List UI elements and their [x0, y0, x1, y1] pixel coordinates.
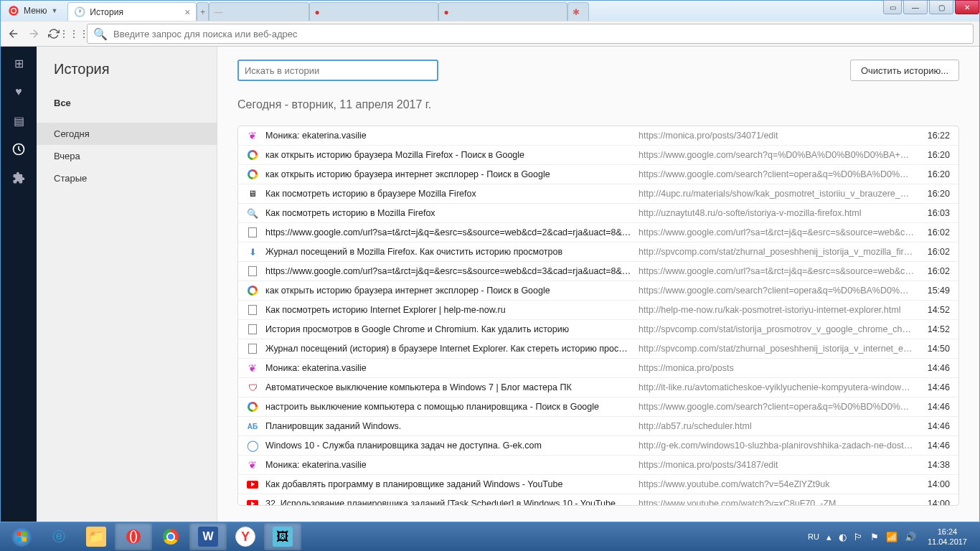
favicon: ❦: [247, 459, 258, 471]
address-bar[interactable]: 🔍: [87, 24, 974, 44]
history-row[interactable]: как открыть историю браузера Mozilla Fir…: [238, 146, 958, 165]
history-title: как открыть историю браузера интернет эк…: [265, 286, 639, 296]
history-row[interactable]: https://www.google.com/url?sa=t&rct=j&q=…: [238, 262, 958, 281]
history-url: https://www.google.com/search?client=ope…: [639, 169, 921, 179]
close-button[interactable]: ✕: [955, 0, 979, 14]
system-tray: RU ▴ ◐ 🏳 ⚑ 📶 🔊 16:24 11.04.2017: [808, 527, 977, 547]
history-row[interactable]: История просмотров в Google Chrome и Chr…: [238, 320, 958, 339]
history-title: Windows 10 - Служба планировщика задач н…: [265, 441, 639, 451]
history-row[interactable]: https://www.google.com/url?sa=t&rct=j&q=…: [238, 223, 958, 242]
history-title: История просмотров в Google Chrome и Chr…: [265, 324, 639, 334]
history-row[interactable]: 🖥Как посмотреть историю в браузере Mozil…: [238, 184, 958, 204]
favicon: ❦: [247, 362, 258, 374]
history-row[interactable]: 🛡Автоматическое выключение компьютера в …: [238, 378, 958, 397]
history-title: Моника: ekaterina.vasilie: [265, 460, 639, 470]
back-button[interactable]: [6, 27, 21, 41]
tab-inactive[interactable]: —: [209, 2, 309, 21]
taskbar-ie[interactable]: ⓔ: [40, 523, 77, 550]
history-row[interactable]: ⬇Журнал посещений в Mozilla Firefox. Как…: [238, 242, 958, 262]
history-url: https://www.youtube.com/watch?v=xC8uF70_…: [639, 499, 921, 506]
history-row[interactable]: Как посмотреть историю Internet Explorer…: [238, 301, 958, 320]
taskbar-explorer[interactable]: 📁: [77, 523, 115, 550]
history-row[interactable]: Как добавлять программу в планировщике з…: [238, 475, 958, 494]
history-row[interactable]: АБПланировщик заданий Windows.http://ab5…: [238, 417, 958, 436]
speed-dial-icon[interactable]: ⊞: [11, 55, 27, 71]
forward-button[interactable]: [27, 27, 41, 41]
start-button[interactable]: [3, 523, 40, 550]
bookmarks-icon[interactable]: ♥: [11, 84, 27, 100]
history-time: 15:49: [921, 286, 950, 296]
tab-inactive[interactable]: ●: [438, 2, 567, 21]
history-row[interactable]: ◯Windows 10 - Служба планировщика задач …: [238, 436, 958, 456]
history-time: 14:46: [921, 363, 950, 373]
close-icon[interactable]: ×: [184, 6, 190, 18]
taskbar-photos[interactable]: 🖼: [264, 523, 301, 550]
clear-history-button[interactable]: Очистить историю...: [850, 60, 959, 81]
taskbar-yandex[interactable]: Y: [227, 523, 264, 550]
favicon: 🖥: [247, 188, 258, 199]
page-title: История: [37, 61, 217, 92]
date-header: Сегодня - вторник, 11 апреля 2017 г.: [237, 98, 959, 120]
tray-network-icon[interactable]: 📶: [886, 532, 897, 542]
history-row[interactable]: 🔍Как посмотреть историю в Mozilla Firefo…: [238, 204, 958, 223]
history-row[interactable]: ❦Моника: ekaterina.vasiliehttps://monica…: [238, 456, 958, 475]
sidebar-item-older[interactable]: Старые: [37, 167, 217, 189]
apps-icon[interactable]: ⋮⋮⋮: [67, 27, 81, 41]
tray-flag-icon[interactable]: 🏳: [854, 532, 863, 542]
history-list: ❦Моника: ekaterina.vasiliehttps://monica…: [237, 126, 959, 506]
svg-point-10: [131, 531, 136, 542]
history-time: 16:20: [921, 169, 950, 179]
sidebar-item-all[interactable]: Все: [37, 92, 217, 114]
news-icon[interactable]: ▤: [11, 113, 27, 128]
history-title: как открыть историю браузера Mozilla Fir…: [265, 150, 639, 160]
tray-lang[interactable]: RU: [808, 532, 819, 541]
search-history-input[interactable]: [237, 60, 438, 81]
history-time: 16:02: [921, 247, 950, 257]
history-row[interactable]: Журнал посещений (история) в браузере In…: [238, 339, 958, 359]
history-url: http://spvcomp.com/stat/zhurnal_poseshhe…: [639, 344, 921, 354]
favicon: [247, 227, 258, 238]
history-url: https://www.google.com/search?client=ope…: [639, 286, 921, 296]
sidebar-item-today[interactable]: Сегодня: [37, 123, 217, 145]
tab-inactive[interactable]: ●: [309, 2, 438, 21]
address-input[interactable]: [113, 29, 967, 39]
history-row[interactable]: настроить выключение компьютера с помощь…: [238, 397, 958, 417]
favicon: [247, 285, 258, 296]
taskbar-opera[interactable]: [115, 523, 152, 550]
dock-button[interactable]: ▭: [883, 0, 902, 14]
history-rail-icon[interactable]: [11, 141, 27, 157]
content: ⊞ ♥ ▤ История Все Сегодня Вчера Старые О…: [1, 47, 979, 522]
toolbar: Очистить историю...: [237, 60, 959, 81]
favicon: [247, 304, 258, 316]
history-title: Моника: ekaterina.vasilie: [265, 363, 639, 373]
history-row[interactable]: как открыть историю браузера интернет эк…: [238, 281, 958, 301]
history-row[interactable]: ❦Моника: ekaterina.vasiliehttps://monica…: [238, 126, 958, 146]
history-row[interactable]: как открыть историю браузера интернет эк…: [238, 165, 958, 184]
tray-action-icon[interactable]: ⚑: [870, 532, 879, 542]
minimize-button[interactable]: —: [903, 0, 928, 14]
new-tab-button[interactable]: +: [197, 2, 209, 21]
menu-button[interactable]: Меню ▼: [1, 1, 65, 21]
history-row[interactable]: 32. Использование планировщика заданий […: [238, 494, 958, 506]
extensions-icon[interactable]: [11, 170, 27, 186]
tray-volume-icon[interactable]: 🔊: [905, 532, 916, 542]
tray-clock[interactable]: 16:24 11.04.2017: [923, 527, 971, 547]
history-url: http://g-ek.com/windows10-sluzhba-planir…: [639, 441, 921, 451]
maximize-button[interactable]: ▢: [929, 0, 953, 14]
history-title: https://www.google.com/url?sa=t&rct=j&q=…: [265, 266, 639, 276]
history-time: 16:02: [921, 227, 950, 237]
history-url: https://monica.pro/posts/34071/edit: [639, 131, 921, 141]
tray-icon[interactable]: ◐: [839, 532, 847, 542]
history-title: настроить выключение компьютера с помощь…: [265, 402, 639, 412]
history-time: 16:03: [921, 208, 950, 218]
history-time: 14:46: [921, 441, 950, 451]
tab-inactive[interactable]: ✱: [567, 2, 589, 21]
sidebar-item-yesterday[interactable]: Вчера: [37, 145, 217, 167]
taskbar-word[interactable]: W: [189, 523, 227, 550]
taskbar-chrome[interactable]: [152, 523, 189, 550]
tab-active[interactable]: 🕐 История ×: [67, 2, 197, 21]
tray-arrow-icon[interactable]: ▴: [826, 532, 831, 542]
history-row[interactable]: ❦Моника: ekaterina.vasiliehttps://monica…: [238, 359, 958, 378]
history-url: https://www.google.com/url?sa=t&rct=j&q=…: [639, 266, 921, 276]
history-time: 16:20: [921, 189, 950, 199]
